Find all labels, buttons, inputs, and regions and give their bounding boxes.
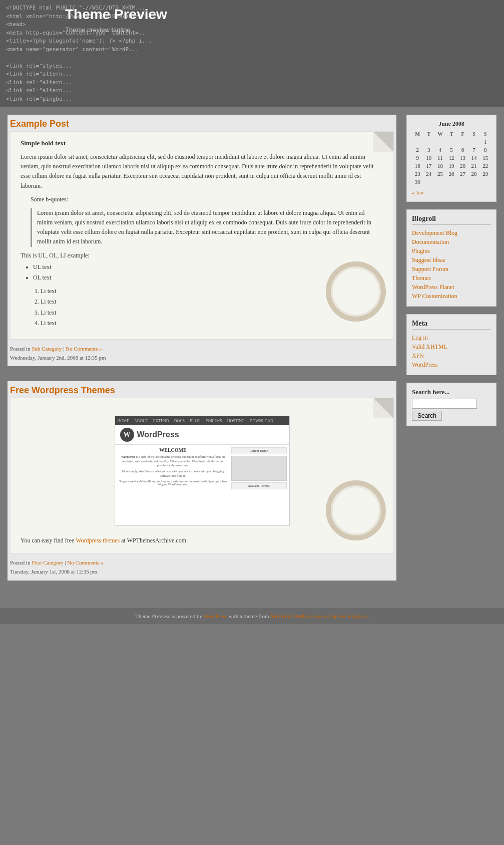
meta-link-xhtml[interactable]: Valid XHTML: [412, 343, 447, 350]
svg-point-2: [328, 483, 383, 538]
wp-nav-bar: HOME ABOUT EXTEND DOCS BLOG FORUMS HOSTI…: [115, 416, 289, 425]
meta-item-1: Log in: [412, 334, 491, 342]
meta-item-3: XFN: [412, 352, 491, 360]
coffee-stain-1: [323, 259, 388, 324]
post-date-2: Tuesday, January 1st, 2008 at 12:33 pm: [10, 569, 97, 575]
wp-side-box-1: Current Theme: [231, 447, 287, 454]
post-title-1: Example Post: [8, 119, 396, 129]
blogroll-link-3[interactable]: Plugins: [412, 247, 430, 254]
wp-nav-download: DOWNLOAD: [250, 419, 273, 423]
site-tagline: Theme preview tagline: [65, 25, 167, 35]
blogroll-link-6[interactable]: Themes: [412, 274, 431, 281]
cal-header-s1: S: [468, 130, 480, 138]
sidebar: June 2008 M T W T F S S: [406, 115, 496, 434]
blogroll-link-4[interactable]: Suggest Ideas: [412, 256, 445, 263]
post-title-2: Free Wordpress Themes: [8, 385, 396, 396]
svg-point-0: [328, 264, 383, 319]
cal-week-1: 1: [412, 138, 491, 146]
meta-widget: Meta Log in Valid XHTML XFN WordPress: [406, 314, 496, 375]
meta-link-wp[interactable]: WordPress: [412, 361, 438, 368]
post-meta-2: Posted in First Category | No Comments »…: [8, 556, 396, 580]
blogroll-widget: Blogroll Development Blog Documentation …: [406, 209, 496, 307]
calendar-widget: June 2008 M T W T F S S: [406, 115, 496, 202]
cal-week-3: 9 10 11 12 13 14 15: [412, 154, 491, 162]
meta-link-login[interactable]: Log in: [412, 334, 428, 341]
post-paper-1: Simple bold text Lorem ipsum dolor sit a…: [10, 131, 394, 340]
wp-nav-docs: DOCS: [174, 419, 185, 423]
wordpress-themes-link[interactable]: Wordpress themes: [76, 537, 120, 544]
wp-main-col: WELCOME WordPress is a state-of-the-art …: [118, 447, 229, 491]
calendar-prev-link[interactable]: « Jan: [412, 189, 423, 195]
blogroll-link-5[interactable]: Support Forum: [412, 265, 448, 272]
cal-header-w: W: [434, 130, 446, 138]
header-code-area: <!DOCTYPE html PUBLIC "-//W3C//DTD XHTM.…: [0, 0, 504, 107]
search-widget: Search here... Search: [406, 383, 496, 426]
blogroll-link-8[interactable]: WP Customization: [412, 293, 457, 300]
blogroll-item-3: Plugins: [412, 247, 491, 255]
post-category-link-2[interactable]: First Category: [32, 559, 63, 566]
code-line-11: <link rel="altern...: [6, 87, 498, 95]
wp-text-1: WordPress is a state-of-the-art semantic…: [118, 455, 229, 467]
cal-week-5: 23 24 25 26 27 28 29: [412, 170, 491, 178]
code-line-7: [6, 54, 498, 62]
wp-content: WELCOME WordPress is a state-of-the-art …: [115, 445, 289, 493]
blockquote-text-1: Lorem ipsum dolor sit amet, consectetur …: [37, 209, 371, 245]
cal-header-s2: S: [479, 130, 491, 138]
code-line-5: <title><?php bloginfo('name'); ?> <?php …: [6, 37, 498, 46]
blogroll-link-2[interactable]: Documentation: [412, 238, 449, 245]
site-title: Theme Preview: [65, 4, 167, 25]
blogroll-title: Blogroll: [412, 215, 491, 225]
blogroll-item-6: Themes: [412, 274, 491, 282]
coffee-stain-2: [323, 478, 388, 543]
post-blockquote-1: Lorem ipsum dolor sit amet, consectetur …: [31, 208, 373, 247]
calendar-title: June 2008: [412, 120, 491, 128]
post-example: Example Post Simple bold text Lorem ipsu…: [8, 115, 396, 366]
meta-item-4: WordPress: [412, 361, 491, 369]
blogroll-item-2: Documentation: [412, 238, 491, 246]
post-date-1: Wednesday, January 2nd, 2008 at 12:35 pm: [10, 355, 106, 361]
search-input[interactable]: [412, 399, 477, 409]
wp-nav-forums: FORUMS: [206, 419, 222, 423]
wp-screenshot: HOME ABOUT EXTEND DOCS BLOG FORUMS HOSTI…: [115, 416, 290, 526]
wp-nav-blog: BLOG: [190, 419, 201, 423]
wp-nav-extend: EXTEND: [153, 419, 169, 423]
svg-point-1: [332, 267, 380, 316]
blogroll-item-7: WordPress Planet: [412, 283, 491, 291]
cal-week-6: 30: [412, 178, 491, 186]
post-meta-posted-1: Posted in: [10, 346, 31, 352]
blogroll-link-1[interactable]: Development Blog: [412, 229, 457, 236]
blogroll-item-4: Suggest Ideas: [412, 256, 491, 264]
post-meta-1: Posted in Sub Category | No Comments » W…: [8, 342, 396, 366]
search-button[interactable]: Search: [412, 411, 442, 421]
cal-header-t2: T: [446, 130, 457, 138]
wp-logo-icon: W: [120, 428, 134, 442]
bquotes-label: Some b-quotes:: [31, 196, 383, 203]
post-body-1: Lorem ipsum dolor sit amet, consectetur …: [21, 152, 383, 191]
footer-theme-link[interactable]: MyOwnLittleBlog.com wordpress templates: [270, 613, 368, 619]
post-category-link-1[interactable]: Sub Category: [32, 346, 62, 352]
post-comments-link-2[interactable]: No Comments »: [67, 559, 103, 566]
meta-link-xfn[interactable]: XFN: [412, 352, 424, 359]
blogroll-list: Development Blog Documentation Plugins S…: [412, 229, 491, 300]
post-comments-link-1[interactable]: No Comments »: [66, 346, 102, 352]
wp-nav-home: HOME: [118, 419, 130, 423]
code-line-8: <link rel="styles...: [6, 62, 498, 71]
meta-list: Log in Valid XHTML XFN WordPress: [412, 334, 491, 369]
wp-nav-hosting: HOSTING: [227, 419, 245, 423]
blogroll-link-7[interactable]: WordPress Planet: [412, 284, 454, 291]
wp-logo-text: WordPress: [137, 430, 179, 439]
cal-header-f: F: [457, 130, 468, 138]
wp-theme-preview: [231, 456, 287, 481]
wp-nav-about: ABOUT: [134, 419, 148, 423]
post-wordpress-themes: Free Wordpress Themes HOME ABOUT EXTEND …: [8, 381, 396, 580]
wp-welcome-text: WELCOME: [118, 447, 229, 453]
wp-text-3: To get started with WordPress, set it up…: [118, 480, 229, 486]
code-line-6: <meta name="generator" content="WordP...: [6, 46, 498, 54]
footer-wp-link[interactable]: WordPress: [204, 613, 227, 619]
cal-week-4: 16 17 18 19 20 21 22: [412, 162, 491, 170]
cal-header-t1: T: [423, 130, 435, 138]
code-line-12: <link rel="pingba...: [6, 95, 498, 104]
post-title-bar-1: Example Post: [8, 115, 396, 131]
code-line-10: <link rel="altern...: [6, 79, 498, 87]
wp-side-col: Current Theme Available Themes: [231, 447, 287, 491]
